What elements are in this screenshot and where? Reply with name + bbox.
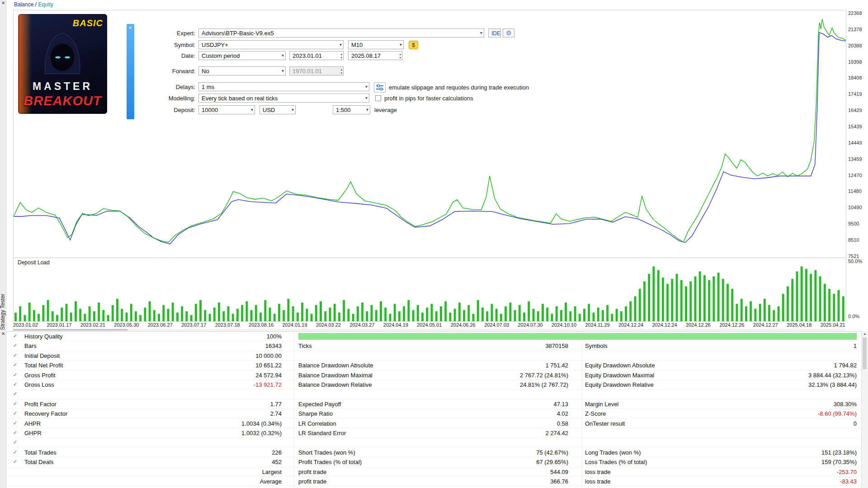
result-value: 10 651.22	[142, 362, 282, 369]
chart-h-scrollbar[interactable]	[13, 329, 845, 331]
deposit-load-bar	[801, 267, 803, 321]
deposit-load-bar	[533, 309, 535, 321]
result-value: 1.0032 (0.32%)	[142, 430, 282, 436]
custom-symbol-button[interactable]: $	[409, 41, 418, 49]
backtest-results-table: ✓History Quality100%✓Bars16343Ticks38701…	[6, 331, 862, 488]
deposit-load-bar	[838, 290, 840, 321]
result-row[interactable]: ✓	[6, 389, 862, 399]
result-row[interactable]: ✓Bars16343Ticks3870158Symbols1	[6, 341, 862, 351]
forward-select[interactable]: No▾	[198, 66, 286, 75]
result-row[interactable]: ✓Total Trades226Short Trades (won %)75 (…	[6, 448, 862, 457]
result-row[interactable]: ✓Total Deals452Profit Trades (% of total…	[6, 457, 862, 467]
promo-basic-label: BASIC	[73, 18, 103, 28]
result-row[interactable]: ✓GHPR1.0032 (0.32%)LR Standard Error2 27…	[6, 428, 862, 438]
deposit-load-bar	[500, 314, 502, 321]
result-value: 308.30%	[710, 401, 857, 408]
deposit-load-bar	[352, 314, 354, 321]
deposit-load-bar	[315, 305, 317, 321]
result-label: Profit Factor	[24, 401, 57, 408]
deposit-label: Deposit:	[123, 107, 195, 113]
slippage-settings-button[interactable]	[374, 82, 386, 93]
result-row[interactable]: ✓	[6, 438, 862, 447]
date-from-field[interactable]: 2023.01.01▴▾	[289, 51, 344, 60]
deposit-load-bar	[218, 303, 220, 321]
deposit-load-bar	[407, 300, 410, 321]
symbol-select[interactable]: USDJPY+▾	[198, 40, 344, 49]
spinner-icon[interactable]: ▴▾	[340, 52, 342, 60]
deposit-load-bar	[745, 306, 747, 321]
deposit-load-bar	[366, 311, 368, 321]
deposit-load-bar	[593, 313, 595, 321]
expert-select[interactable]: Advisors\BTP-Basic-V9.ex5▾	[198, 28, 484, 38]
deposit-load-bar	[509, 303, 511, 321]
result-row[interactable]: ✓AHPR1.0034 (0.34%)LR Correlation0.58OnT…	[6, 419, 862, 428]
leverage-select[interactable]: 1:500▾	[333, 105, 370, 114]
close-icon[interactable]: ✕	[1, 1, 5, 5]
history-quality-bar	[298, 333, 857, 340]
deposit-load-bar	[602, 310, 604, 321]
result-value: Largest	[142, 469, 282, 475]
delays-label: Delays:	[123, 84, 195, 90]
check-icon: ✓	[13, 439, 17, 445]
deposit-load-bar	[556, 306, 558, 321]
result-row[interactable]: Averageprofit trade366.76loss trade-83.4…	[6, 477, 862, 486]
result-row[interactable]: ✓Total Net Profit10 651.22Balance Drawdo…	[6, 361, 862, 370]
deposit-load-bar	[167, 309, 170, 321]
y-axis-label: 18408	[848, 75, 868, 80]
deposit-load-bar	[84, 314, 86, 321]
x-axis-label: 2024.12.27	[753, 322, 778, 328]
date-to-field[interactable]: 2025.08.17▴▾	[348, 51, 402, 60]
result-row[interactable]: ✓Profit Factor1.77Expected Payoff47.13Ma…	[6, 399, 862, 409]
result-value: 1.0034 (0.34%)	[142, 420, 282, 427]
deposit-load-bar	[130, 304, 132, 321]
modelling-label: Modelling:	[123, 95, 195, 102]
result-row[interactable]: ✓Recovery Factor2.74Sharpe Ratio4.02Z-Sc…	[6, 409, 862, 418]
deposit-load-bar	[551, 314, 553, 321]
result-row[interactable]: ✓History Quality100%	[6, 332, 862, 341]
result-label: Total Net Profit	[24, 362, 63, 369]
deposit-load-bar	[176, 313, 179, 321]
profit-in-pips-label: profit in pips for faster calculations	[384, 95, 473, 102]
deposit-load-bar	[384, 308, 387, 321]
ide-button[interactable]: IDE	[488, 28, 501, 38]
balance-link[interactable]: Balance	[14, 1, 33, 8]
check-icon: ✓	[13, 343, 17, 348]
scroll-up-icon[interactable]: ▲	[862, 332, 868, 335]
result-row[interactable]: ✓Gross Loss-13 921.72Balance Drawdown Re…	[6, 380, 862, 389]
x-axis-label: 2025.04.21	[821, 322, 845, 328]
deposit-load-bar	[287, 299, 289, 321]
deposit-load-bar	[712, 277, 715, 321]
result-value: 2.74	[142, 410, 282, 417]
h-scrollbar-thumb[interactable]	[13, 329, 127, 331]
timeframe-select[interactable]: M10▾	[348, 40, 404, 49]
equity-link[interactable]: Equity	[38, 1, 53, 8]
deposit-load-chart[interactable]: Deposit Load	[13, 258, 846, 322]
close-results-icon[interactable]: ✕	[1, 332, 5, 336]
deposit-load-bar	[481, 308, 484, 321]
strategy-tester-tab[interactable]: Strategy Tester	[0, 294, 6, 330]
delays-select[interactable]: 1 ms▾	[198, 82, 369, 91]
result-row[interactable]: Largestprofit trade544.09loss trade-253.…	[6, 467, 862, 477]
spinner-icon[interactable]: ▴▾	[399, 52, 401, 60]
deposit-load-bar	[162, 305, 165, 321]
results-scrollbar[interactable]: ▲	[861, 331, 868, 488]
result-row[interactable]: ✓Initial Deposit10 000.00	[6, 351, 862, 361]
deposit-load-bar	[121, 309, 123, 321]
deposit-load-bar	[435, 311, 438, 321]
leverage-value: 1:500	[336, 107, 351, 113]
scrollbar-thumb[interactable]	[863, 338, 867, 369]
deposit-load-bar	[209, 314, 211, 321]
deposit-load-bar	[782, 294, 784, 321]
result-row[interactable]: Maximalconsecutive wins ($)consecutive l…	[6, 486, 862, 488]
expert-settings-icon[interactable]: ⚙	[503, 28, 514, 38]
modelling-select[interactable]: Every tick based on real ticks▾	[198, 94, 369, 103]
profit-in-pips-checkbox[interactable]	[375, 95, 381, 101]
deposit-load-min-label: 0.0%	[848, 314, 859, 319]
deposit-load-bar	[764, 299, 766, 321]
deposit-amount-select[interactable]: 10000▾	[198, 105, 255, 114]
date-period-select[interactable]: Custom period▾	[198, 51, 286, 60]
deposit-load-bar	[648, 274, 650, 321]
deposit-currency-select[interactable]: USD▾	[259, 105, 296, 114]
result-row[interactable]: ✓Gross Profit24 572.94Balance Drawdown M…	[6, 371, 862, 380]
deposit-load-bar	[560, 310, 562, 321]
